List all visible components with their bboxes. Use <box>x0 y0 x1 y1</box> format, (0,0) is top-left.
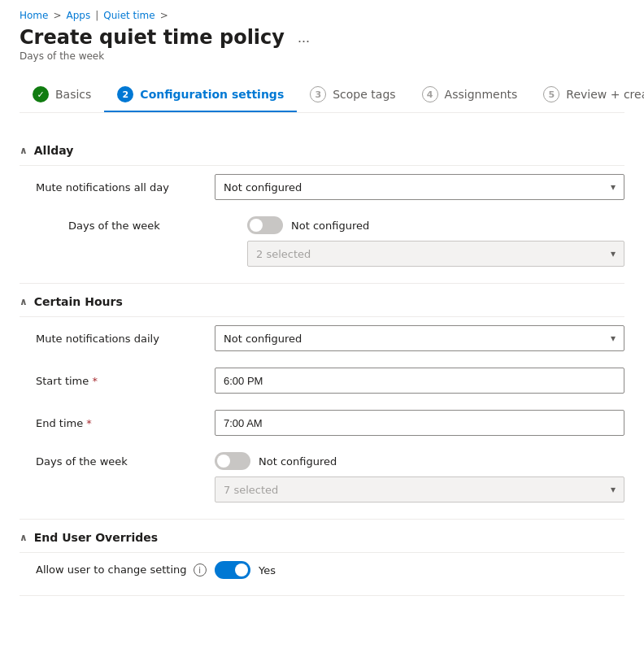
breadcrumb-sep2: | <box>95 10 98 21</box>
section-allday-header[interactable]: ∧ Allday <box>20 133 624 165</box>
end-time-input[interactable] <box>215 410 624 436</box>
page-subtitle: Days of the week <box>20 50 624 62</box>
section-end-user-overrides-header[interactable]: ∧ End User Overrides <box>20 520 624 552</box>
allday-mute-value: Not configured <box>224 181 302 194</box>
certain-hours-mute-row: Mute notifications daily Not configured … <box>20 317 624 359</box>
certain-hours-title: Certain Hours <box>34 295 123 308</box>
content-area: ∧ Allday Mute notifications all day Not … <box>20 113 624 596</box>
breadcrumb-quiet-time[interactable]: Quiet time <box>103 10 154 21</box>
end-time-label: End time * <box>36 417 215 429</box>
allow-user-label: Allow user to change setting i <box>36 563 215 577</box>
allday-days-arrow-icon: ▾ <box>611 248 616 259</box>
allday-title: Allday <box>34 144 74 157</box>
end-user-title: End User Overrides <box>34 531 158 544</box>
allday-mute-arrow-icon: ▾ <box>611 181 616 193</box>
certain-hours-days-label: Days of the week <box>36 455 215 468</box>
tab-label-scope: Scope tags <box>333 88 395 101</box>
breadcrumb-sep3: > <box>160 10 168 21</box>
tab-circle-review: 5 <box>543 86 559 102</box>
section-certain-hours: ∧ Certain Hours Mute notifications daily… <box>20 284 624 520</box>
allday-days-label: Days of the week <box>68 220 247 232</box>
page-title-row: Create quiet time policy ... <box>20 26 624 49</box>
breadcrumb-home[interactable]: Home <box>20 10 48 21</box>
breadcrumb-sep1: > <box>53 10 61 21</box>
allow-user-control: Yes <box>215 561 624 579</box>
start-time-input[interactable] <box>215 368 624 394</box>
tab-label-assignments: Assignments <box>445 88 518 101</box>
tab-scope-tags[interactable]: 3 Scope tags <box>297 78 408 112</box>
start-time-label: Start time * <box>36 375 215 387</box>
end-time-control <box>215 410 624 436</box>
tab-circle-assignments: 4 <box>422 86 438 102</box>
section-certain-hours-header[interactable]: ∧ Certain Hours <box>20 284 624 316</box>
certain-hours-days-toggle[interactable] <box>215 452 250 470</box>
certain-hours-days-selected-dropdown[interactable]: 7 selected ▾ <box>215 476 624 503</box>
certain-hours-days-row: Days of the week Not configured 7 select… <box>20 444 624 511</box>
tab-configuration[interactable]: 2 Configuration settings <box>104 78 297 112</box>
end-time-row: End time * <box>20 402 624 444</box>
allday-days-control: Not configured <box>247 216 624 234</box>
allday-days-toggle-knob <box>250 219 263 232</box>
tab-circle-config: 2 <box>117 86 133 102</box>
certain-hours-days-control: Not configured <box>215 452 624 470</box>
tab-label-basics: Basics <box>55 88 91 101</box>
certain-hours-mute-control: Not configured ▾ <box>215 325 624 351</box>
certain-hours-mute-value: Not configured <box>224 333 302 345</box>
tab-assignments[interactable]: 4 Assignments <box>409 78 531 112</box>
start-time-row: Start time * <box>20 359 624 402</box>
certain-hours-mute-dropdown[interactable]: Not configured ▾ <box>215 325 624 351</box>
section-allday: ∧ Allday Mute notifications all day Not … <box>20 133 624 284</box>
tab-review-create[interactable]: 5 Review + create <box>530 78 644 112</box>
start-time-required: * <box>92 375 98 387</box>
certain-hours-mute-arrow-icon: ▾ <box>611 333 616 344</box>
allow-user-toggle-knob <box>235 563 248 577</box>
tabs-nav: ✓ Basics 2 Configuration settings 3 Scop… <box>20 78 624 113</box>
certain-hours-days-toggle-label: Not configured <box>259 455 337 468</box>
start-time-control <box>215 368 624 394</box>
certain-hours-chevron-icon: ∧ <box>20 296 28 307</box>
allday-days-toggle-label: Not configured <box>291 220 369 232</box>
allday-mute-control: Not configured ▾ <box>215 174 624 200</box>
certain-hours-days-toggle-knob <box>217 455 230 468</box>
tab-circle-scope: 3 <box>310 86 326 102</box>
tab-basics[interactable]: ✓ Basics <box>20 78 104 112</box>
end-user-divider-bottom <box>20 595 624 596</box>
tab-label-review: Review + create <box>566 88 644 101</box>
certain-hours-days-arrow-icon: ▾ <box>611 484 616 495</box>
tab-circle-basics: ✓ <box>33 86 49 102</box>
certain-hours-mute-label: Mute notifications daily <box>36 333 215 345</box>
allday-mute-dropdown[interactable]: Not configured ▾ <box>215 174 624 200</box>
end-time-required: * <box>86 417 92 429</box>
breadcrumb: Home > Apps | Quiet time > <box>20 0 624 26</box>
allday-mute-label: Mute notifications all day <box>36 181 215 194</box>
allday-days-selected-dropdown[interactable]: 2 selected ▾ <box>247 241 624 267</box>
allday-days-selected-value: 2 selected <box>256 248 311 260</box>
breadcrumb-apps[interactable]: Apps <box>67 10 91 21</box>
allow-user-info-icon[interactable]: i <box>194 563 207 577</box>
allow-user-row: Allow user to change setting i Yes <box>20 553 624 587</box>
page-title: Create quiet time policy <box>20 26 285 49</box>
allday-chevron-icon: ∧ <box>20 145 28 156</box>
certain-hours-days-selected-value: 7 selected <box>224 484 278 496</box>
allow-user-toggle-label: Yes <box>259 564 276 577</box>
ellipsis-button[interactable]: ... <box>293 28 315 48</box>
allday-days-row: Days of the week Not configured 2 select… <box>20 208 624 275</box>
allday-days-toggle[interactable] <box>247 216 283 234</box>
allow-user-toggle[interactable] <box>215 561 250 579</box>
tab-label-config: Configuration settings <box>140 88 284 101</box>
allday-mute-row: Mute notifications all day Not configure… <box>20 166 624 208</box>
end-user-chevron-icon: ∧ <box>20 532 28 543</box>
section-end-user-overrides: ∧ End User Overrides Allow user to chang… <box>20 520 624 596</box>
